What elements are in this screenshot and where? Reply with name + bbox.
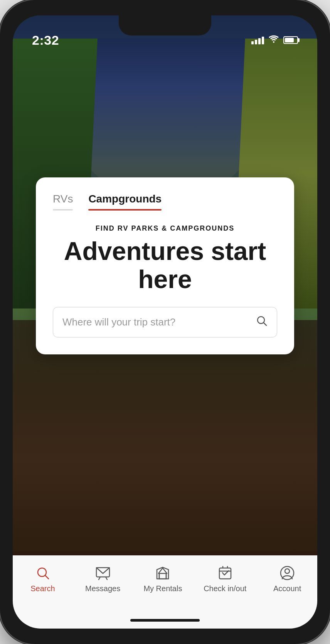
tab-rvs[interactable]: RVs: [53, 193, 73, 212]
card-headline: Adventures start here: [53, 237, 277, 293]
svg-line-3: [45, 575, 49, 579]
nav-label-account: Account: [273, 584, 301, 593]
battery-icon: [283, 36, 298, 44]
tab-rvs-label: RVs: [53, 193, 73, 205]
signal-icon: [251, 36, 264, 44]
tab-campgrounds-indicator: [88, 209, 162, 211]
status-icons: [251, 35, 298, 46]
search-card: RVs Campgrounds FIND RV PARKS & CAMPGROU…: [36, 177, 294, 354]
messages-nav-icon: [95, 565, 111, 581]
account-nav-icon: [279, 565, 295, 581]
nav-item-messages[interactable]: Messages: [84, 565, 122, 593]
status-time: 2:32: [32, 33, 59, 48]
svg-rect-10: [159, 573, 166, 579]
search-input-wrapper[interactable]: Where will your trip start?: [53, 307, 277, 337]
tab-bar: RVs Campgrounds: [53, 193, 277, 212]
nav-item-account[interactable]: Account: [268, 565, 306, 593]
nav-item-search[interactable]: Search: [24, 565, 62, 593]
card-subtitle: FIND RV PARKS & CAMPGROUNDS: [53, 224, 277, 233]
nav-label-search: Search: [30, 584, 55, 593]
water-area: [13, 320, 317, 551]
tab-campgrounds-label: Campgrounds: [88, 193, 162, 205]
notch: [119, 15, 211, 35]
nav-label-rentals: My Rentals: [143, 584, 182, 593]
nav-item-rentals[interactable]: My Rentals: [143, 565, 182, 593]
phone-screen: 2:32: [13, 15, 317, 629]
search-icon: [256, 315, 268, 329]
tab-campgrounds[interactable]: Campgrounds: [88, 193, 162, 212]
nav-item-checkin[interactable]: Check in/out: [204, 565, 246, 593]
search-nav-icon: [35, 565, 51, 581]
phone-frame: 2:32: [0, 0, 330, 644]
tab-rvs-indicator: [53, 209, 73, 211]
home-indicator: [130, 619, 200, 622]
nav-label-messages: Messages: [85, 584, 120, 593]
svg-line-1: [264, 323, 266, 325]
rentals-nav-icon: [155, 565, 171, 581]
checkin-nav-icon: [217, 565, 233, 581]
nav-label-checkin: Check in/out: [204, 584, 246, 593]
wifi-icon: [269, 35, 279, 46]
svg-rect-11: [219, 568, 231, 579]
sky-area: [71, 39, 259, 201]
search-placeholder: Where will your trip start?: [62, 316, 250, 328]
bottom-nav: Search Messages: [13, 555, 317, 629]
svg-point-16: [285, 569, 290, 573]
